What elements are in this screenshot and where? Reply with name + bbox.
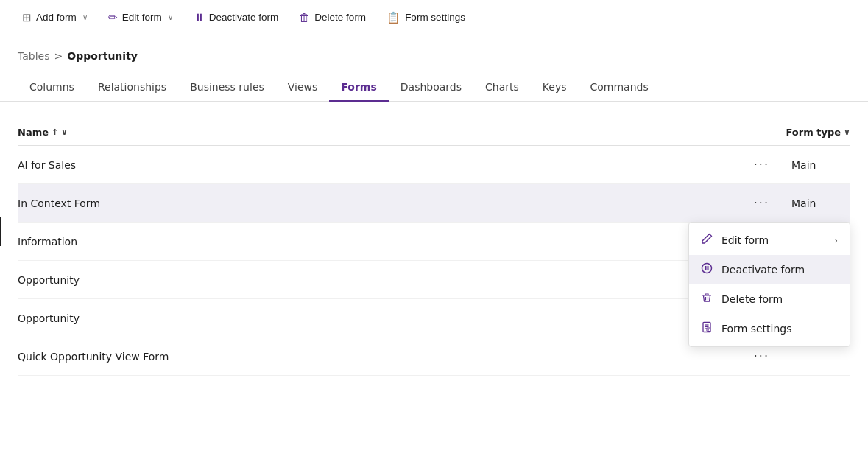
row-form-type: Main [791,159,850,171]
svg-rect-2 [708,266,709,270]
menu-item-edit-form[interactable]: Edit form › [689,225,850,255]
delete-icon: 🗑 [299,11,310,24]
row-right: ··· Main [749,195,850,211]
row-more-button[interactable]: ··· [749,195,774,211]
pause-icon: ⏸ [194,11,205,24]
edit-form-button[interactable]: ✏ Edit form ∨ [98,0,183,35]
breadcrumb: Tables > Opportunity [18,50,850,62]
deactivate-form-label: Deactivate form [209,12,279,23]
tab-columns[interactable]: Columns [18,74,86,102]
row-name: AI for Sales [18,159,76,171]
deactivate-form-button[interactable]: ⏸ Deactivate form [183,0,289,35]
tab-business-rules[interactable]: Business rules [178,74,276,102]
svg-rect-1 [705,266,707,270]
svg-rect-3 [702,295,711,296]
row-name-area: In Context Form [18,197,749,209]
delete-form-label: Delete form [314,12,366,23]
tab-dashboards[interactable]: Dashboards [389,74,473,102]
row-more-button[interactable]: ··· [749,348,774,365]
tab-charts[interactable]: Charts [473,74,531,102]
tab-commands[interactable]: Commands [579,74,660,102]
row-right: ··· [749,348,850,365]
trash-icon [701,292,714,307]
row-name: Opportunity [18,312,80,324]
table-row[interactable]: AI for Sales ··· Main [18,146,850,184]
doc-icon [701,321,714,336]
breadcrumb-parent[interactable]: Tables [18,50,50,62]
column-header-formtype[interactable]: Form type ∨ [786,127,850,138]
formtype-sort-arrow: ∨ [844,127,850,137]
add-form-button[interactable]: ⊞ Add form ∨ [12,0,98,35]
row-name: Information [18,236,77,248]
edit-form-chevron-right: › [835,236,838,245]
add-form-chevron: ∨ [82,13,88,21]
row-name-area: AI for Sales [18,159,749,171]
table-header: Name ↑ ∨ Form type ∨ [18,119,850,146]
menu-edit-form-label: Edit form [721,234,769,246]
toolbar: ⊞ Add form ∨ ✏ Edit form ∨ ⏸ Deactivate … [0,0,868,35]
row-name: Opportunity [18,274,80,286]
tab-relationships[interactable]: Relationships [86,74,178,102]
edit-icon: ✏ [108,11,118,24]
row-form-type: Main [791,197,850,209]
tab-forms[interactable]: Forms [329,74,388,102]
column-header-name[interactable]: Name ↑ ∨ [18,127,68,138]
breadcrumb-current: Opportunity [67,50,138,62]
menu-form-settings-label: Form settings [721,323,792,335]
menu-item-form-settings[interactable]: Form settings [689,314,850,343]
edit-form-label: Edit form [122,12,162,23]
row-name-area: Information [18,236,749,248]
delete-form-button[interactable]: 🗑 Delete form [289,0,376,35]
breadcrumb-separator: > [54,50,63,62]
pencil-icon [701,233,714,248]
menu-item-delete-form[interactable]: Delete form [689,284,850,314]
row-name-area: Opportunity [18,312,749,324]
menu-delete-label: Delete form [721,293,783,305]
row-name: In Context Form [18,197,100,209]
menu-item-deactivate-form[interactable]: Deactivate form [689,255,850,284]
tab-keys[interactable]: Keys [531,74,579,102]
row-right: ··· Main [749,156,850,173]
row-name-area: Quick Opportunity View Form [18,351,749,363]
row-more-button[interactable]: ··· [749,156,774,173]
main-content: Name ↑ ∨ Form type ∨ AI for Sales ··· Ma… [0,102,868,376]
menu-deactivate-label: Deactivate form [721,264,805,276]
sort-arrows: ↑ ∨ [52,127,68,137]
table-row[interactable]: In Context Form ··· Main Edit form › [18,184,850,223]
add-form-label: Add form [36,12,77,23]
row-name: Quick Opportunity View Form [18,351,169,363]
tab-views[interactable]: Views [276,74,330,102]
form-settings-label: Form settings [405,12,465,23]
row-name-area: Opportunity [18,274,749,286]
context-menu: Edit form › Deactivate form [688,222,850,347]
nav-tabs: Columns Relationships Business rules Vie… [0,62,868,102]
form-settings-button[interactable]: 📋 Form settings [376,0,476,35]
svg-point-0 [702,264,712,273]
edit-form-chevron: ∨ [168,13,173,21]
col-formtype-label: Form type [786,127,841,138]
breadcrumb-area: Tables > Opportunity [0,35,868,62]
settings-icon: 📋 [387,11,401,24]
pause-circle-icon [701,262,714,277]
col-name-label: Name [18,127,49,138]
add-icon: ⊞ [22,11,32,24]
